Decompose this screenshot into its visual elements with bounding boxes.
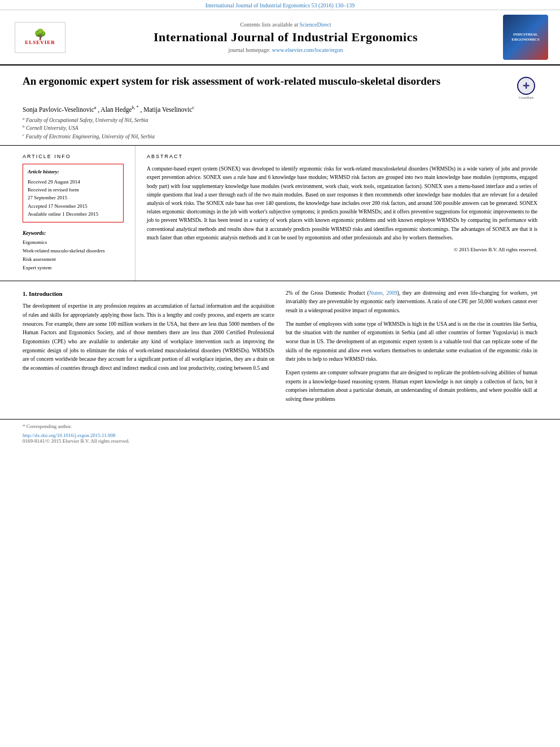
contents-text: Contents lists available at [240,21,298,28]
body-columns: 1. Introduction The development of exper… [23,289,537,409]
article-info-heading: ARTICLE INFO [23,154,124,159]
crossmark-area[interactable]: ✛ CrossMark [515,77,537,99]
author1-name: Sonja Pavlovic-Veselinovic [23,106,94,113]
elsevier-tree-icon: 🌳 [34,29,46,40]
journal-badge-area: INDUSTRIAL ERGONOMICS [500,15,551,60]
keyword-1: Ergonomics [23,238,124,247]
affiliation-b: b Cornell University, USA [23,124,537,132]
homepage-line: journal homepage: www.elsevier.com/locat… [71,47,500,53]
crossmark-icon: ✛ [517,77,535,95]
keyword-2: Work-related musculo-skeletal disorders [23,247,124,255]
homepage-text: journal homepage: [229,47,271,53]
article-title: An ergonomic expert system for risk asse… [23,75,504,89]
authors-line: Sonja Pavlovic-Veselinovica , Alan Hedge… [23,105,537,113]
copyright-line: © 2015 Elsevier B.V. All rights reserved… [147,247,537,252]
corresponding-author-note: * Corresponding author. [23,423,537,431]
article-title-row: An ergonomic expert system for risk asse… [23,75,537,99]
article-header: An ergonomic expert system for risk asse… [0,65,560,146]
abstract-column: ABSTRACT A computer-based expert system … [135,146,537,281]
affiliation-c: c Faculty of Electronic Engineering, Uni… [23,133,537,141]
history-title: Article history: [28,168,119,176]
elsevier-logo: 🌳 ELSEVIER [15,22,65,53]
author2-sup: b, * [132,105,139,110]
article-info-column: ARTICLE INFO Article history: Received 2… [23,146,135,281]
keywords-title: Keywords: [23,230,124,236]
author2-name: , Alan Hedge [98,106,132,113]
body-left-column: 1. Introduction The development of exper… [23,289,274,409]
history-item-5: Available online 1 December 2015 [28,210,119,218]
history-item-4: Accepted 17 November 2015 [28,202,119,210]
author3-name: , Matija Veselinovic [140,106,192,113]
article-history-box: Article history: Received 29 August 2014… [23,164,124,222]
section1-heading: 1. Introduction [23,289,274,299]
homepage-link[interactable]: www.elsevier.com/locate/ergon [272,47,343,53]
author1-sup: a [94,105,97,110]
body-para-3: The number of employees with some type o… [286,320,537,364]
crossmark-label: CrossMark [519,96,534,99]
keywords-section: Keywords: Ergonomics Work-related muscul… [23,230,124,273]
body-para-4: Expert systems are computer software pro… [286,369,537,404]
history-item-3: 27 September 2015 [28,194,119,202]
footnote-section: * Corresponding author. [0,419,560,431]
sciencedirect-link[interactable]: ScienceDirect [299,21,331,28]
article-info-abstract: ARTICLE INFO Article history: Received 2… [0,146,560,281]
affiliations: a Faculty of Occupational Safety, Univer… [23,116,537,141]
footer-copyright: 0169-8141/© 2015 Elsevier B.V. All right… [23,438,537,444]
nunes-citation-link[interactable]: Nunes, 2009 [369,290,397,296]
section1-number: 1. [23,290,27,297]
journal-title: International Journal of Industrial Ergo… [71,30,500,45]
body-para-2: 2% of the Gross Domestic Product (Nunes,… [286,289,537,316]
para2-text: 2% of the Gross Domestic Product (Nunes,… [286,290,537,313]
journal-citation: International Journal of Industrial Ergo… [205,2,355,8]
keyword-4: Expert system [23,264,124,272]
elsevier-logo-area: 🌳 ELSEVIER [9,22,71,53]
doi-link[interactable]: http://dx.doi.org/10.1016/j.ergon.2015.1… [23,433,116,438]
body-right-column: 2% of the Gross Domestic Product (Nunes,… [286,289,537,409]
history-item-2: Received in revised form [28,186,119,194]
author3-sup: c [193,105,195,110]
article-body: 1. Introduction The development of exper… [0,281,560,417]
affiliation-a: a Faculty of Occupational Safety, Univer… [23,116,537,124]
journal-header-center: Contents lists available at ScienceDirec… [71,21,500,53]
footer-links: http://dx.doi.org/10.1016/j.ergon.2015.1… [0,430,560,448]
section1-title: Introduction [29,290,63,297]
history-item-1: Received 29 August 2014 [28,178,119,186]
contents-available-line: Contents lists available at ScienceDirec… [71,21,500,28]
body-para-1: The development of expertise in any prof… [23,302,274,373]
badge-title-line1: INDUSTRIAL [513,32,538,37]
badge-title-line2: ERGONOMICS [511,37,539,42]
journal-badge: INDUSTRIAL ERGONOMICS [503,15,548,60]
top-bar: International Journal of Industrial Ergo… [0,0,560,10]
abstract-heading: ABSTRACT [147,154,537,159]
abstract-text: A computer-based expert system (SONEX) w… [147,165,537,242]
journal-header: 🌳 ELSEVIER Contents lists available at S… [0,10,560,65]
doi-link-line: http://dx.doi.org/10.1016/j.ergon.2015.1… [23,433,537,438]
keyword-3: Risk assessment [23,255,124,264]
elsevier-brand-name: ELSEVIER [25,40,55,45]
